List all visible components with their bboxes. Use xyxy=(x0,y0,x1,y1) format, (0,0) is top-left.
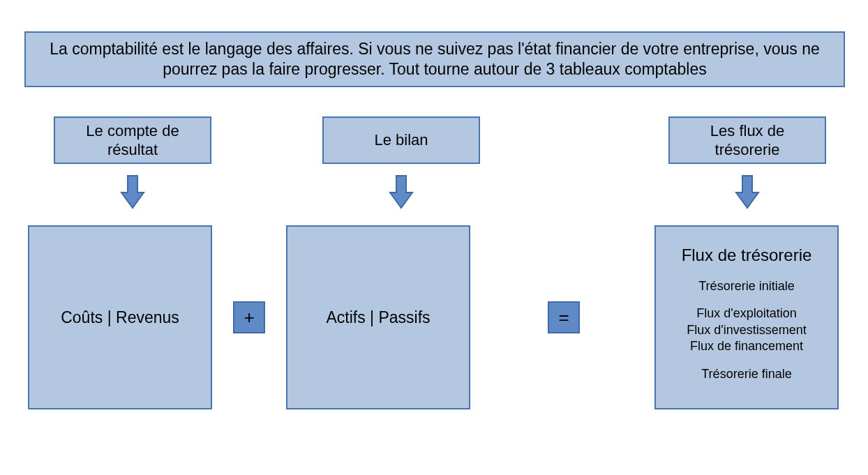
box-body-text: Actifs | Passifs xyxy=(326,308,430,328)
box-flux-tresorerie: Flux de trésorerie Trésorerie initiale F… xyxy=(654,225,839,409)
arrow-down-icon xyxy=(120,174,145,209)
flux-title: Flux de trésorerie xyxy=(682,245,812,266)
operator-symbol: = xyxy=(558,307,569,329)
header-compte-resultat: Le compte de résultat xyxy=(54,116,211,164)
header-label: Le bilan xyxy=(374,130,428,150)
header-label: Le compte de résultat xyxy=(62,121,203,160)
plus-operator: + xyxy=(233,301,265,333)
flux-line: Flux d'exploitation xyxy=(696,306,797,322)
arrow-down-icon xyxy=(389,174,414,209)
box-bilan: Actifs | Passifs xyxy=(286,225,470,409)
operator-symbol: + xyxy=(244,307,254,329)
arrow-down-icon xyxy=(735,174,760,209)
diagram-stage: La comptabilité est le langage des affai… xyxy=(0,0,868,475)
intro-banner: La comptabilité est le langage des affai… xyxy=(24,31,845,87)
box-compte-resultat: Coûts | Revenus xyxy=(28,225,212,409)
flux-line: Trésorerie finale xyxy=(701,366,791,382)
flux-line: Flux d'investissement xyxy=(687,322,807,338)
header-flux-tresorerie: Les flux de trésorerie xyxy=(668,116,826,164)
equals-operator: = xyxy=(548,301,580,333)
box-body-text: Coûts | Revenus xyxy=(61,308,179,328)
intro-text: La comptabilité est le langage des affai… xyxy=(47,39,823,80)
header-label: Les flux de trésorerie xyxy=(677,121,818,160)
flux-line: Trésorerie initiale xyxy=(698,278,794,294)
flux-line: Flux de financement xyxy=(690,338,803,354)
header-bilan: Le bilan xyxy=(322,116,480,164)
